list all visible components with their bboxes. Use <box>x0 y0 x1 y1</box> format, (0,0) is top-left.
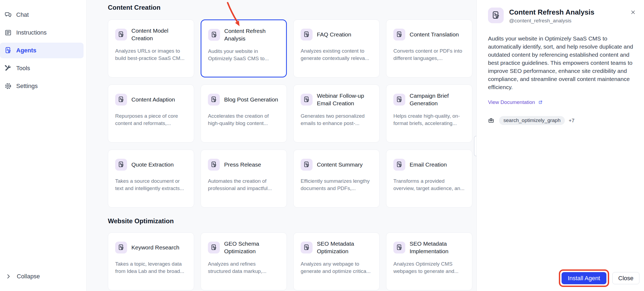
agents-icon <box>4 47 12 54</box>
agent-card-keyword-research[interactable]: Keyword Research Takes a topic, leverage… <box>108 232 194 290</box>
agent-card-title: Press Release <box>224 161 261 168</box>
agent-card-content-summary[interactable]: Content Summary Efficiently summarizes l… <box>293 150 380 208</box>
view-documentation-label: View Documentation <box>488 99 535 105</box>
agent-card-description: Analyzes and refines structured data mar… <box>208 260 280 275</box>
agent-card-faq-creation[interactable]: FAQ Creation Analyzes existing content t… <box>293 19 380 77</box>
view-documentation-link[interactable]: View Documentation <box>488 99 543 105</box>
agent-detail-panel: Content Refresh Analysis @content_refres… <box>476 0 644 291</box>
agent-card-content-model-creation[interactable]: Content Model Creation Analyzes URLs or … <box>108 19 194 77</box>
agent-card-title: Email Creation <box>410 161 447 168</box>
agent-card-description: Analyzes existing content to generate co… <box>301 47 372 62</box>
agent-card-seo-metadata-optimization[interactable]: SEO Metadata Optimization Analyzes any w… <box>293 232 380 290</box>
sidebar-item-label: Chat <box>16 11 29 18</box>
agent-card-title: Content Refresh Analysis <box>224 27 280 42</box>
content-creation-grid: Content Model Creation Analyzes URLs or … <box>108 19 476 208</box>
agent-card-content-adaption[interactable]: Content Adaption Repurposes a piece of c… <box>108 84 194 143</box>
agent-card-content-translation[interactable]: Content Translation Converts content or … <box>386 19 472 77</box>
agent-card-quote-extraction[interactable]: Quote Extraction Takes a source document… <box>108 150 194 208</box>
agent-card-description: Generates two personalized emails to enh… <box>301 112 372 127</box>
agent-card-title: Webinar Follow-up Email Creation <box>317 92 372 107</box>
annotation-highlight-ring: Install Agent <box>559 269 609 287</box>
agent-card-description: Analyzes Optimizely CMS webpages to gene… <box>393 260 465 275</box>
sidebar: Chat Instructions Agents Tools <box>0 0 87 291</box>
agent-description: Audits your website in Optimizely SaaS C… <box>488 35 636 91</box>
agent-icon <box>115 159 127 171</box>
website-optimization-grid: Keyword Research Takes a topic, leverage… <box>108 232 476 290</box>
agent-card-content-refresh-analysis[interactable]: Content Refresh Analysis Audits your web… <box>201 19 287 77</box>
agent-icon <box>488 8 504 23</box>
close-button[interactable]: Close <box>612 272 639 284</box>
agent-icon <box>393 94 405 106</box>
agent-icon <box>393 159 405 171</box>
close-icon <box>630 10 636 15</box>
agent-card-description: Analyzes any webpage to generate and opt… <box>301 260 372 275</box>
section-title-content-creation: Content Creation <box>108 4 476 11</box>
tools-icon <box>4 65 12 72</box>
agent-card-description: Repurposes a piece of core content and r… <box>115 112 187 127</box>
agent-icon <box>393 242 405 253</box>
sidebar-item-agents[interactable]: Agents <box>0 43 84 58</box>
agent-icon <box>301 159 313 171</box>
chevron-right-icon <box>5 273 11 279</box>
tool-tag[interactable]: search_optimizely_graph <box>499 116 565 125</box>
agent-card-campaign-brief-generation[interactable]: Campaign Brief Generation Helps create h… <box>386 84 472 143</box>
agent-icon <box>301 94 313 106</box>
agent-card-title: Blog Post Generation <box>224 96 278 103</box>
sidebar-item-instructions[interactable]: Instructions <box>0 25 84 40</box>
agent-icon <box>208 94 220 106</box>
agent-icon <box>301 242 313 253</box>
agent-card-description: Automates the creation of professional a… <box>208 177 280 192</box>
collapse-label: Collapse <box>17 273 40 280</box>
agent-card-description: Audits your website in Optimizely SaaS C… <box>208 48 280 62</box>
install-agent-button[interactable]: Install Agent <box>562 272 606 284</box>
sidebar-item-label: Settings <box>16 83 38 90</box>
tool-more-count[interactable]: +7 <box>569 118 575 124</box>
agent-card-title: FAQ Creation <box>317 31 351 38</box>
agent-card-blog-post-generation[interactable]: Blog Post Generation Accelerates the cre… <box>201 84 287 143</box>
sidebar-item-settings[interactable]: Settings <box>0 78 84 94</box>
agent-card-description: Takes a topic, leverages data from Idea … <box>115 260 187 275</box>
agent-card-seo-metadata-implementation[interactable]: SEO Metadata Implementation Analyzes Opt… <box>386 232 472 290</box>
sidebar-item-label: Tools <box>16 65 30 72</box>
settings-icon <box>4 82 12 90</box>
agent-card-description: Accelerates the creation of high-quality… <box>208 112 280 127</box>
agent-card-description: Efficiently summarizes lengthy documents… <box>301 177 372 192</box>
agent-icon <box>301 29 313 40</box>
agent-icon <box>208 159 220 171</box>
close-panel-button[interactable] <box>629 9 636 16</box>
agent-gallery: Content Creation Content Model Creation … <box>87 0 476 291</box>
agent-icon <box>115 242 127 253</box>
agent-card-title: GEO Schema Optimization <box>224 240 280 255</box>
sidebar-collapse-button[interactable]: Collapse <box>0 269 86 291</box>
agent-card-description: Transforms a provided overview, target a… <box>393 177 465 192</box>
agent-card-geo-schema-optimization[interactable]: GEO Schema Optimization Analyzes and ref… <box>201 232 287 290</box>
chat-icon <box>4 11 12 19</box>
agent-card-description: Helps create high-quality, on-format bri… <box>393 112 465 127</box>
agent-card-press-release[interactable]: Press Release Automates the creation of … <box>201 150 287 208</box>
agent-icon <box>393 29 405 40</box>
section-title-website-optimization: Website Optimization <box>108 217 476 225</box>
sidebar-item-chat[interactable]: Chat <box>0 7 84 23</box>
agent-card-description: Takes a source document or text and inte… <box>115 177 187 192</box>
sidebar-item-tools[interactable]: Tools <box>0 60 84 76</box>
agent-card-title: SEO Metadata Optimization <box>317 240 372 255</box>
agent-icon <box>208 242 220 253</box>
agent-card-webinar-follow-up-email-creation[interactable]: Webinar Follow-up Email Creation Generat… <box>293 84 380 143</box>
sidebar-item-label: Agents <box>16 47 36 54</box>
agent-card-title: Keyword Research <box>131 244 179 251</box>
instructions-icon <box>4 29 12 36</box>
agent-icon <box>115 94 127 106</box>
agent-card-email-creation[interactable]: Email Creation Transforms a provided ove… <box>386 150 472 208</box>
agent-icon <box>115 29 127 40</box>
agent-icon <box>208 29 220 41</box>
agent-card-title: Quote Extraction <box>131 161 174 168</box>
agent-card-title: Content Adaption <box>131 96 175 103</box>
external-link-icon <box>538 100 543 105</box>
agent-tools-row: search_optimizely_graph +7 <box>488 116 634 125</box>
agent-card-title: Content Translation <box>410 31 459 38</box>
agent-card-title: Campaign Brief Generation <box>410 92 465 107</box>
agent-card-title: SEO Metadata Implementation <box>410 240 465 255</box>
panel-title: Content Refresh Analysis <box>509 8 594 16</box>
sidebar-item-label: Instructions <box>16 29 47 36</box>
agent-handle: @content_refresh_analysis <box>509 18 594 24</box>
